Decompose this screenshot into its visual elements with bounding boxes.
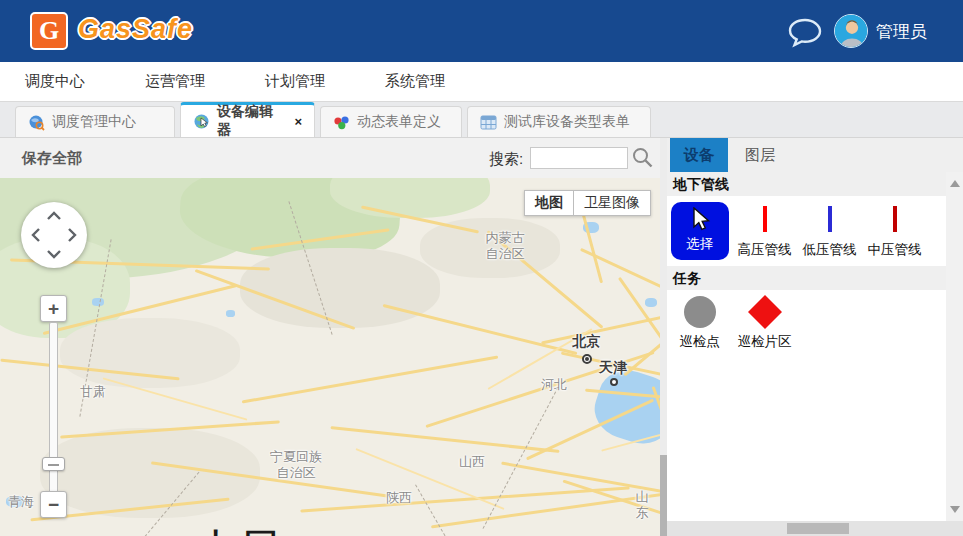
- tab-label: 测试库设备类型表单: [504, 113, 630, 131]
- globe-edit-icon: [193, 113, 210, 130]
- palette-item-label: 选择: [686, 235, 713, 253]
- pan-down-icon[interactable]: [46, 249, 62, 259]
- high-pressure-line-swatch: [763, 206, 767, 232]
- map-divider-scrollbar[interactable]: [660, 138, 667, 536]
- tab-test-device-type-form[interactable]: 测试库设备类型表单: [467, 106, 651, 137]
- logo-text: GasSafe: [78, 14, 193, 45]
- inspection-point-swatch: [684, 296, 716, 328]
- user-name[interactable]: 管理员: [876, 20, 927, 43]
- panel-tab-layers[interactable]: 图层: [731, 138, 789, 172]
- tab-label: 设备编辑器: [217, 103, 285, 139]
- nav-item-planning[interactable]: 计划管理: [240, 72, 360, 91]
- map-label-hebei: 河北: [541, 377, 567, 393]
- search-input[interactable]: [530, 147, 628, 169]
- search-label: 搜索:: [489, 150, 523, 169]
- palette-item-inspection-area[interactable]: 巡检片区: [732, 290, 797, 351]
- section-header-underground-pipelines[interactable]: 地下管线: [667, 172, 946, 196]
- palette-item-select[interactable]: 选择: [667, 196, 732, 260]
- user-avatar[interactable]: [834, 14, 868, 48]
- hscroll-thumb[interactable]: [787, 523, 849, 534]
- map-label-tianjin: 天津: [599, 359, 627, 376]
- tab-dynamic-form-definition[interactable]: 动态表单定义: [320, 106, 462, 137]
- nav-item-system[interactable]: 系统管理: [360, 72, 480, 91]
- save-all-button[interactable]: 保存全部: [22, 149, 82, 168]
- search-icon[interactable]: [631, 146, 654, 169]
- beijing-marker-icon: [582, 354, 592, 364]
- map-pan-control: [21, 202, 87, 268]
- palette-item-medium-pressure[interactable]: 中压管线: [862, 196, 927, 259]
- palette-item-label: 巡检点: [679, 333, 720, 351]
- palette-item-label: 低压管线: [803, 241, 857, 259]
- zoom-slider-handle[interactable]: [42, 457, 65, 471]
- map-label-qinghai: 青海: [8, 494, 34, 510]
- panel-horizontal-scrollbar[interactable]: [667, 521, 963, 536]
- map-label-shandong: 山东: [633, 489, 651, 520]
- palette-item-low-pressure[interactable]: 低压管线: [797, 196, 862, 259]
- divider-scroll-thumb[interactable]: [660, 455, 667, 536]
- nav-item-dispatch-center[interactable]: 调度中心: [0, 72, 120, 91]
- pan-left-icon[interactable]: [31, 227, 41, 243]
- close-icon[interactable]: ×: [294, 114, 302, 129]
- map-label-china-partial: 中国: [200, 524, 288, 536]
- app-window: G GasSafe 管理员 调度中心 运营管理 计划管理 系统管理 调度管理中心: [0, 0, 963, 536]
- map-type-button-map[interactable]: 地图: [524, 190, 574, 216]
- zoom-out-button[interactable]: −: [40, 491, 67, 518]
- map-type-button-satellite[interactable]: 卫星图像: [574, 190, 651, 216]
- pipeline-palette-row: 选择 高压管线 低压管线 中压管线: [667, 196, 946, 266]
- tab-device-editor[interactable]: 设备编辑器 ×: [180, 102, 315, 137]
- map-label-beijing: 北京: [572, 333, 600, 350]
- palette-item-label: 中压管线: [868, 241, 922, 259]
- scroll-down-icon[interactable]: [950, 506, 960, 513]
- tianjin-marker-icon: [610, 378, 618, 386]
- map-label-shaanxi: 陕西: [386, 490, 412, 506]
- header-bar: G GasSafe 管理员: [0, 0, 963, 62]
- palette-item-inspection-point[interactable]: 巡检点: [667, 290, 732, 351]
- nav-bar: 调度中心 运营管理 计划管理 系统管理: [0, 62, 963, 102]
- panel-vertical-scrollbar[interactable]: [946, 172, 963, 521]
- device-panel: 设备 图层 地下管线 选择 高压管线 低压管线: [667, 138, 963, 536]
- pan-right-icon[interactable]: [67, 227, 77, 243]
- section-header-tasks[interactable]: 任务: [667, 266, 946, 290]
- tab-label: 调度管理中心: [52, 113, 136, 131]
- cursor-arrow-icon: [689, 207, 711, 233]
- inspection-area-swatch: [748, 295, 782, 329]
- map-label-ningxia: 宁夏回族 自治区: [270, 449, 322, 480]
- task-palette-row: 巡检点 巡检片区: [667, 290, 946, 390]
- zoom-slider-track[interactable]: [49, 322, 58, 498]
- table-icon: [480, 114, 497, 131]
- form-shapes-icon: [333, 114, 350, 131]
- low-pressure-line-swatch: [828, 206, 832, 232]
- pan-up-icon[interactable]: [46, 211, 62, 221]
- scroll-up-icon[interactable]: [950, 180, 960, 187]
- tab-dispatch-management-center[interactable]: 调度管理中心: [15, 106, 175, 137]
- tab-bar: 调度管理中心 设备编辑器 × 动态表单定义 测试库设备类型表单: [0, 102, 963, 138]
- map-canvas[interactable]: 内蒙古 自治区 北京 天津 河北 甘肃 宁夏回族 自治区 山西 陕西 山东 青海…: [0, 178, 660, 536]
- palette-item-label: 高压管线: [738, 241, 792, 259]
- map-label-shanxi: 山西: [459, 454, 485, 470]
- nav-item-operations[interactable]: 运营管理: [120, 72, 240, 91]
- globe-search-icon: [28, 114, 45, 131]
- palette-item-label: 巡检片区: [738, 333, 792, 351]
- chat-bubble-icon[interactable]: [787, 17, 823, 49]
- medium-pressure-line-swatch: [893, 206, 897, 232]
- map-label-inner-mongolia: 内蒙古 自治区: [486, 230, 525, 261]
- map-toolbar: 保存全部 搜索:: [0, 138, 660, 178]
- map-type-switcher: 地图 卫星图像: [524, 190, 651, 216]
- map-label-gansu: 甘肃: [80, 384, 106, 400]
- select-tool-button[interactable]: 选择: [671, 202, 729, 260]
- logo-icon: G: [30, 12, 68, 50]
- panel-empty-area: [667, 390, 946, 521]
- tab-label: 动态表单定义: [357, 113, 441, 131]
- panel-tab-devices[interactable]: 设备: [670, 138, 728, 172]
- palette-item-high-pressure[interactable]: 高压管线: [732, 196, 797, 259]
- panel-tab-row: 设备 图层: [667, 138, 963, 172]
- zoom-in-button[interactable]: +: [40, 295, 67, 322]
